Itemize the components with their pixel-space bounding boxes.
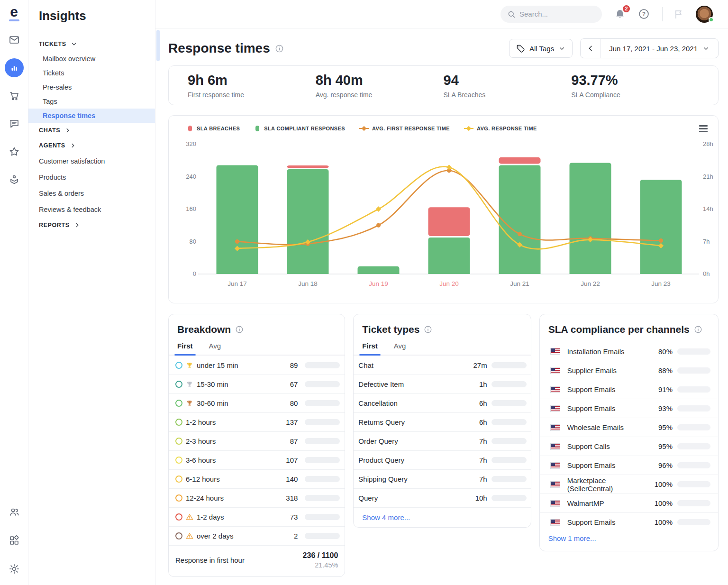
legend-item-sla-breaches[interactable]: SLA BREACHES bbox=[187, 125, 240, 132]
tab-breakdown-first[interactable]: First bbox=[177, 342, 193, 355]
sla-channel-row-support-emails-9[interactable]: Support Emails100% bbox=[540, 512, 718, 531]
cart-icon[interactable] bbox=[5, 86, 24, 105]
chart-menu-icon[interactable] bbox=[699, 125, 708, 132]
users-icon[interactable] bbox=[5, 503, 24, 521]
info-icon[interactable] bbox=[424, 325, 432, 334]
breakdown-row-15-30-min[interactable]: 15-30 min67 bbox=[169, 375, 345, 393]
notifications-bell-icon[interactable]: 2 bbox=[614, 9, 626, 20]
info-icon[interactable] bbox=[275, 44, 284, 53]
search-box[interactable] bbox=[500, 6, 602, 23]
product-box-icon[interactable] bbox=[5, 170, 24, 189]
tab-ticket-types-first[interactable]: First bbox=[362, 342, 378, 355]
sla-channel-row-supplier-emails-1[interactable]: Supplier Emails88% bbox=[540, 361, 718, 380]
progress-bar bbox=[491, 400, 527, 406]
bar-compliant-jun-17[interactable] bbox=[217, 165, 258, 274]
breakdown-row-3-6-hours[interactable]: 3-6 hours107 bbox=[169, 450, 345, 469]
prev-period-button[interactable] bbox=[581, 39, 601, 58]
ticket-type-row-returns-query[interactable]: Returns Query6h bbox=[354, 412, 530, 431]
sidebar-item-products[interactable]: Products bbox=[28, 169, 155, 185]
user-avatar[interactable] bbox=[696, 6, 713, 23]
breakdown-row-1-2-hours[interactable]: 1-2 hours137 bbox=[169, 412, 345, 431]
tab-ticket-types-avg[interactable]: Avg bbox=[394, 342, 406, 355]
sla-compliance-rows: Installation Emails80%Supplier Emails88%… bbox=[540, 342, 718, 531]
ticket-type-row-cancellation[interactable]: Cancellation6h bbox=[354, 393, 530, 412]
response-times-chart-card: SLA BREACHESSLA COMPLIANT RESPONSESAVG. … bbox=[168, 115, 719, 303]
breakdown-row-over-2-days[interactable]: over 2 days2 bbox=[169, 526, 345, 545]
legend-item-avg-first-response-time[interactable]: AVG. FIRST RESPONSE TIME bbox=[359, 125, 450, 132]
point-avg-first-response-time-jun-23[interactable] bbox=[659, 238, 663, 243]
apps-icon[interactable] bbox=[5, 531, 24, 550]
ticket-type-row-order-query[interactable]: Order Query7h bbox=[354, 431, 530, 450]
scrollbar-thumb[interactable] bbox=[156, 30, 160, 61]
point-avg-response-time-jun-20[interactable] bbox=[446, 165, 452, 170]
chevron-down-icon bbox=[558, 45, 565, 52]
sidebar-item-sales-orders[interactable]: Sales & orders bbox=[28, 185, 155, 201]
help-icon[interactable]: ? bbox=[638, 8, 650, 20]
info-icon[interactable] bbox=[235, 325, 244, 334]
sla-channel-row-marketplace-sellercentral-7[interactable]: Marketplace (SellerCentral)100% bbox=[540, 475, 718, 494]
ticket-type-row-query[interactable]: Query10h bbox=[354, 488, 530, 507]
footer-value: 236 / 1100 bbox=[303, 551, 338, 560]
app-logo[interactable]: e bbox=[9, 5, 19, 21]
analytics-icon[interactable] bbox=[5, 58, 24, 77]
sidebar-item-reviews-feedback[interactable]: Reviews & feedback bbox=[28, 201, 155, 218]
sla-channel-row-support-emails-3[interactable]: Support Emails93% bbox=[540, 399, 718, 418]
settings-icon[interactable] bbox=[5, 559, 24, 578]
tab-breakdown-avg[interactable]: Avg bbox=[209, 342, 221, 355]
progress-bar bbox=[491, 381, 527, 387]
sidebar-section-reports[interactable]: REPORTS bbox=[28, 218, 155, 233]
point-avg-response-time-jun-19[interactable] bbox=[376, 206, 381, 211]
sla-channel-row-installation-emails-0[interactable]: Installation Emails80% bbox=[540, 342, 718, 361]
sla-channel-row-wholesale-emails-4[interactable]: Wholesale Emails95% bbox=[540, 418, 718, 437]
mail-icon[interactable] bbox=[5, 30, 24, 49]
ticket-type-row-defective-item[interactable]: Defective Item1h bbox=[354, 375, 530, 393]
breakdown-row-under-15-min[interactable]: under 15 min89 bbox=[169, 356, 345, 375]
star-icon[interactable] bbox=[5, 142, 24, 161]
bar-compliant-jun-22[interactable] bbox=[570, 163, 611, 274]
bar-compliant-jun-23[interactable] bbox=[640, 180, 682, 274]
info-icon[interactable] bbox=[694, 325, 702, 334]
flag-icon[interactable] bbox=[673, 9, 684, 20]
sidebar-section-chats[interactable]: CHATS bbox=[28, 123, 155, 138]
sidebar-item-customer-satisfaction[interactable]: Customer satisfaction bbox=[28, 153, 155, 169]
point-avg-first-response-time-jun-19[interactable] bbox=[376, 223, 381, 228]
bar-breaches-jun-21[interactable] bbox=[499, 157, 541, 164]
stat-sla-breaches: 94SLA Breaches bbox=[444, 73, 572, 99]
all-tags-dropdown[interactable]: All Tags bbox=[509, 39, 573, 58]
sidebar-item-pre-sales[interactable]: Pre-sales bbox=[28, 80, 155, 94]
sidebar-section-tickets[interactable]: TICKETS bbox=[28, 37, 155, 52]
sidebar-section-agents[interactable]: AGENTS bbox=[28, 138, 155, 153]
ticket-type-row-product-query[interactable]: Product Query7h bbox=[354, 450, 530, 469]
response-times-chart[interactable]: 0801602403200h7h14h21h28hJun 17Jun 18Jun… bbox=[179, 137, 722, 293]
breakdown-row-2-3-hours[interactable]: 2-3 hours87 bbox=[169, 431, 345, 450]
bar-compliant-jun-19[interactable] bbox=[358, 266, 400, 274]
legend-item-sla-compliant-responses[interactable]: SLA COMPLIANT RESPONSES bbox=[254, 125, 345, 132]
sidebar-item-tickets[interactable]: Tickets bbox=[28, 66, 155, 80]
ticket-type-row-shipping-query[interactable]: Shipping Query7h bbox=[354, 469, 530, 488]
chat-icon[interactable] bbox=[5, 114, 24, 133]
breakdown-row-6-12-hours[interactable]: 6-12 hours140 bbox=[169, 469, 345, 488]
point-avg-first-response-time-jun-17[interactable] bbox=[235, 239, 239, 244]
bar-compliant-jun-20[interactable] bbox=[428, 238, 470, 274]
sidebar-item-response-times[interactable]: Response times bbox=[28, 109, 155, 123]
legend-item-avg-response-time[interactable]: AVG. RESPONSE TIME bbox=[464, 125, 537, 132]
ticket-types-show-more-link[interactable]: Show 4 more... bbox=[354, 507, 530, 527]
sla-channel-row-support-emails-6[interactable]: Support Emails96% bbox=[540, 456, 718, 475]
ticket-type-row-chat[interactable]: Chat27m bbox=[354, 356, 530, 375]
sidebar-item-tags[interactable]: Tags bbox=[28, 94, 155, 109]
sla-channel-row-support-emails-2[interactable]: Support Emails91% bbox=[540, 380, 718, 399]
search-input[interactable] bbox=[519, 10, 591, 18]
point-avg-first-response-time-jun-21[interactable] bbox=[518, 232, 522, 236]
breakdown-row-1-2-days[interactable]: 1-2 days73 bbox=[169, 507, 345, 526]
sla-channel-row-walmartmp-8[interactable]: WalmartMP100% bbox=[540, 494, 718, 512]
sla-channel-row-support-calls-5[interactable]: Support Calls95% bbox=[540, 437, 718, 456]
breakdown-row-12-24-hours[interactable]: 12-24 hours318 bbox=[169, 488, 345, 507]
date-range-dropdown[interactable]: Jun 17, 2021 - Jun 23, 2021 bbox=[601, 39, 718, 58]
breakdown-row-30-60-min[interactable]: 30-60 min80 bbox=[169, 393, 345, 412]
sidebar-item-mailbox-overview[interactable]: Mailbox overview bbox=[28, 52, 155, 66]
bar-compliant-jun-21[interactable] bbox=[499, 165, 541, 274]
bar-breaches-jun-18[interactable] bbox=[287, 165, 329, 168]
sla-show-more-link[interactable]: Show 1 more... bbox=[540, 531, 718, 551]
bar-compliant-jun-18[interactable] bbox=[287, 169, 329, 274]
bar-breaches-jun-20[interactable] bbox=[428, 207, 470, 236]
